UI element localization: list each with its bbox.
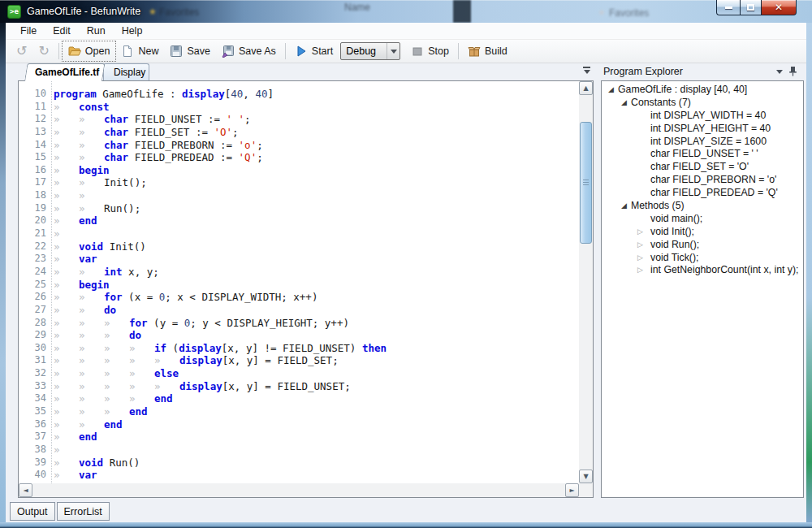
line-number: 10: [19, 88, 46, 101]
code-line[interactable]: 20»end: [19, 214, 579, 227]
vertical-scrollbar[interactable]: ▲ ▼: [579, 81, 593, 483]
new-label: New: [138, 45, 158, 57]
code-line[interactable]: 15»»char FIELD_PREDEAD := 'Q';: [19, 151, 579, 164]
code-line[interactable]: 14»»char FIELD_PREBORN := 'o';: [19, 139, 579, 152]
code-line[interactable]: 34»»»»end: [19, 392, 579, 405]
code-line[interactable]: 40»var: [19, 469, 579, 482]
code-line[interactable]: 29»»»do: [19, 329, 579, 342]
tab-whitespace-mark: »: [129, 354, 154, 367]
tree-item[interactable]: char FIELD_UNSET = ' ': [602, 148, 803, 161]
scroll-down-button[interactable]: ▼: [579, 470, 593, 483]
tree-item[interactable]: char FIELD_PREBORN = 'o': [602, 174, 803, 187]
code-line[interactable]: 27»»do: [19, 304, 579, 317]
code-line[interactable]: 22»void Init(): [19, 240, 579, 253]
panel-menu-chevron-icon[interactable]: [776, 70, 783, 77]
code-line[interactable]: 25»begin: [19, 279, 579, 292]
tree-item[interactable]: ▷int GetNeighborCount(int x, int y);: [602, 264, 803, 277]
code-line[interactable]: 36»»end: [19, 418, 579, 431]
scroll-up-button[interactable]: ▲: [579, 81, 593, 95]
code-line[interactable]: 21»: [19, 227, 579, 240]
expander-expanded-icon[interactable]: ◢: [621, 200, 627, 213]
open-button[interactable]: Open: [63, 41, 116, 61]
menu-run[interactable]: Run: [79, 24, 114, 38]
run-mode-select[interactable]: Debug: [340, 42, 400, 60]
code-line[interactable]: 17»»Init();: [19, 176, 579, 189]
code-line[interactable]: 28»»»for (y = 0; y < DISPLAY_HEIGHT; y++…: [19, 317, 579, 330]
tab-output[interactable]: Output: [10, 502, 55, 521]
code-line[interactable]: 19»»Run();: [19, 202, 579, 215]
tree-item[interactable]: char FIELD_SET = 'O': [602, 161, 803, 174]
code-line[interactable]: 39»void Run(): [19, 457, 579, 470]
redo-button[interactable]: ↻: [32, 41, 54, 61]
tree-item[interactable]: ◢Constants (7): [602, 97, 803, 110]
code-line[interactable]: 38»: [19, 444, 579, 457]
start-button[interactable]: Start: [289, 41, 339, 61]
code-line[interactable]: 31»»»»»display[x, y] = FIELD_SET;: [19, 354, 579, 367]
code-viewport[interactable]: 10program GameOfLife : display[40, 40]11…: [19, 81, 579, 483]
save-button[interactable]: Save: [164, 41, 216, 61]
code-line[interactable]: 12»»char FIELD_UNSET := ' ';: [19, 113, 579, 126]
code-line[interactable]: 37»end: [19, 431, 579, 444]
code-line[interactable]: 16»begin: [19, 164, 579, 177]
code-line[interactable]: 18»»: [19, 189, 579, 202]
menu-file[interactable]: File: [12, 24, 45, 38]
minimize-button[interactable]: [716, 0, 740, 15]
tree-item[interactable]: int DISPLAY_SIZE = 1600: [602, 136, 803, 149]
close-button[interactable]: ✕: [762, 0, 797, 15]
tree-item[interactable]: char FIELD_PREDEAD = 'Q': [602, 187, 803, 200]
editor-tab-strip: GameOfLife.tf Display: [18, 63, 594, 80]
expander-collapsed-icon[interactable]: ▷: [637, 252, 643, 265]
stop-button[interactable]: Stop: [405, 41, 455, 61]
line-number: 37: [19, 431, 46, 444]
code-line[interactable]: 10program GameOfLife : display[40, 40]: [19, 88, 579, 101]
code-line[interactable]: 13»»char FIELD_SET := 'O';: [19, 126, 579, 139]
title-bar[interactable]: ★ Favorites Name ★ Favorites >e GameOfLi…: [0, 0, 812, 23]
tree-item-label: char FIELD_UNSET = ' ': [650, 148, 758, 161]
code-line[interactable]: 32»»»»else: [19, 367, 579, 380]
code-line[interactable]: 11»const: [19, 101, 579, 114]
expander-expanded-icon[interactable]: ◢: [608, 84, 614, 97]
tab-whitespace-mark: »: [54, 431, 79, 444]
tree-item[interactable]: ▷void Run();: [602, 239, 803, 252]
line-number: 33: [19, 380, 46, 393]
tab-whitespace-mark: »: [154, 380, 179, 393]
horizontal-scrollbar[interactable]: ◄ ►: [19, 483, 579, 497]
combo-dropdown[interactable]: [387, 43, 400, 59]
code-line[interactable]: 35»»»end: [19, 405, 579, 418]
build-button[interactable]: Build: [462, 41, 513, 61]
tree-item[interactable]: int DISPLAY_HEIGHT = 40: [602, 123, 803, 136]
line-number: 31: [19, 354, 46, 367]
tree-item[interactable]: ▷void Tick();: [602, 252, 803, 265]
line-number: 39: [19, 457, 46, 470]
tab-whitespace-mark: »: [54, 457, 79, 470]
maximize-button[interactable]: [740, 0, 762, 15]
code-line[interactable]: 23»var: [19, 253, 579, 266]
code-line[interactable]: 24»»int x, y;: [19, 266, 579, 279]
code-line[interactable]: 33»»»»»display[x, y] = FIELD_UNSET;: [19, 380, 579, 393]
tab-overflow-menu-icon[interactable]: [582, 66, 591, 75]
tree-item[interactable]: ▷void Init();: [602, 226, 803, 239]
menu-edit[interactable]: Edit: [45, 24, 79, 38]
save-as-button[interactable]: Save As: [216, 41, 282, 61]
new-button[interactable]: New: [115, 41, 164, 61]
pin-icon[interactable]: [788, 66, 797, 77]
tree-item[interactable]: ◢Methods (5): [602, 200, 803, 213]
scroll-right-button[interactable]: ►: [565, 483, 579, 497]
expander-expanded-icon[interactable]: ◢: [621, 97, 627, 110]
tree-item[interactable]: void main();: [602, 213, 803, 226]
tab-errorlist[interactable]: ErrorList: [57, 502, 110, 521]
expander-collapsed-icon[interactable]: ▷: [637, 226, 643, 239]
expander-collapsed-icon[interactable]: ▷: [637, 239, 643, 252]
line-number: 26: [19, 291, 46, 304]
code-line[interactable]: 30»»»»if (display[x, y] != FIELD_UNSET) …: [19, 342, 579, 355]
tree-item[interactable]: int DISPLAY_WIDTH = 40: [602, 110, 803, 123]
tree-item[interactable]: ◢GameOfLife : display [40, 40]: [602, 84, 803, 97]
expander-collapsed-icon[interactable]: ▷: [637, 264, 643, 277]
tab-gameoflife[interactable]: GameOfLife.tf: [24, 63, 102, 81]
vertical-scroll-thumb[interactable]: [580, 122, 592, 244]
tab-display[interactable]: Display: [103, 63, 149, 80]
menu-help[interactable]: Help: [114, 24, 151, 38]
undo-button[interactable]: ↺: [11, 41, 32, 61]
code-line[interactable]: 26»»for (x = 0; x < DISPLAY_WIDTH; x++): [19, 291, 579, 304]
scroll-left-button[interactable]: ◄: [19, 483, 32, 497]
